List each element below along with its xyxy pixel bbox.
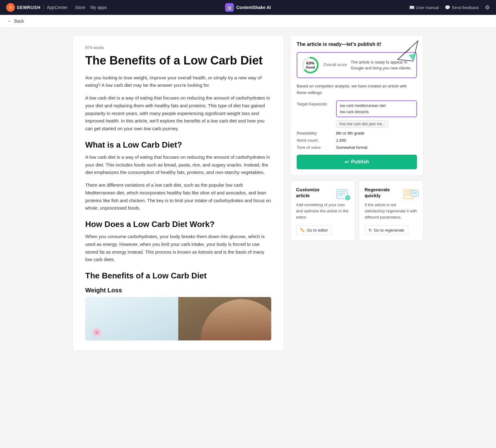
action-cards: ✎ Customize article Add something of you…	[290, 181, 423, 241]
app-name: ContentShake AI	[236, 5, 271, 10]
back-arrow-icon: ←	[7, 19, 12, 24]
user-manual-label: User manual	[416, 5, 439, 10]
nav-right: 📖 User manual 💬 Send feedback ⚙	[409, 4, 490, 11]
publish-button[interactable]: ↩ Publish	[297, 155, 417, 169]
tone-value: Somewhat formal	[336, 145, 367, 150]
semrush-brand[interactable]: S SEMRUSH | AppCenter	[6, 3, 68, 12]
word-count-value: 1,500	[336, 138, 346, 143]
svg-rect-15	[411, 190, 418, 197]
score-label-text: Good	[306, 65, 315, 69]
appcenter-text: AppCenter	[47, 5, 68, 10]
article-para-4: There are different variations of a low …	[85, 181, 271, 212]
svg-line-1	[398, 49, 410, 60]
regenerate-btn-label: Go to regenerate	[374, 228, 404, 233]
go-to-editor-button[interactable]: ✏️ Go to editor	[296, 225, 332, 235]
regenerate-illustration	[402, 185, 421, 206]
paper-plane-illustration	[395, 38, 419, 65]
keywords-container: low carb mediterranean diet low carb des…	[336, 100, 417, 117]
article-para-2: A low carb diet is a way of eating that …	[85, 94, 271, 133]
nav-my-apps[interactable]: My apps	[91, 5, 107, 10]
semrush-text: SEMRUSH	[17, 5, 41, 10]
article-section-4: Weight Loss	[85, 287, 271, 294]
keyword-gray-row: free low carb diet plan me...	[297, 120, 417, 128]
sidebar-panel: The article is ready—let's publish it! 6…	[290, 35, 423, 351]
score-overall-label: Overall score	[323, 62, 347, 68]
regenerate-icon: ↻	[369, 228, 372, 233]
settings-keywords-row: Target Keywords: low carb mediterranean …	[297, 100, 417, 117]
score-sub-text: Overall score	[323, 62, 347, 67]
article-panel: 974 words The Benefits of a Low Carb Die…	[73, 35, 284, 351]
user-manual-btn[interactable]: 📖 User manual	[409, 5, 439, 10]
publish-label: Publish	[351, 159, 369, 165]
word-count: 974 words	[85, 45, 271, 50]
editor-btn-label: Go to editor	[307, 228, 328, 233]
tone-label: Tone of voice:	[297, 145, 332, 150]
send-feedback-btn[interactable]: 💬 Send feedback	[445, 5, 479, 10]
article-image: 🌸	[85, 297, 271, 340]
app-icon: 🤖	[225, 3, 234, 12]
score-circle: 63% Good	[301, 56, 320, 74]
app-badge: 🤖 ContentShake AI	[225, 3, 271, 12]
article-body: Are you looking to lose weight, improve …	[85, 74, 271, 341]
svg-text:✎: ✎	[347, 196, 349, 200]
nav-store[interactable]: Store	[75, 5, 85, 10]
go-to-regenerate-button[interactable]: ↻ Go to regenerate	[365, 225, 408, 235]
feedback-icon: 💬	[445, 5, 450, 10]
customize-card: ✎ Customize article Add something of you…	[290, 181, 355, 241]
book-icon: 📖	[409, 5, 414, 10]
editor-icon: ✏️	[300, 228, 305, 233]
send-feedback-label: Send feedback	[452, 5, 479, 10]
target-keywords-label: Target Keywords:	[297, 100, 332, 106]
customize-illustration: ✎	[334, 185, 352, 206]
settings-readability-row: Readability: 8th or 9th grade	[297, 131, 417, 135]
article-title: The Benefits of a Low Carb Diet	[85, 54, 271, 68]
readability-value: 8th or 9th grade	[336, 131, 365, 135]
settings-icon[interactable]: ⚙	[485, 4, 490, 11]
semrush-logo-icon: S	[6, 3, 15, 12]
readability-label: Readability:	[297, 131, 332, 135]
top-nav: S SEMRUSH | AppCenter Store My apps 🤖 Co…	[0, 0, 496, 15]
article-para-3: A low carb diet is a way of eating that …	[85, 153, 271, 176]
settings-tone-row: Tone of voice: Somewhat formal	[297, 145, 417, 150]
back-bar[interactable]: ← Back	[0, 15, 496, 28]
regenerate-card: Regenerate quickly If the article is not…	[359, 181, 423, 241]
back-label: Back	[14, 19, 24, 24]
article-section-3: The Benefits of a Low Carb Diet	[85, 271, 271, 281]
score-percent-text: 63%	[306, 61, 315, 65]
article-section-2: How Does a Low Carb Diet Work?	[85, 220, 271, 229]
keyword-tag-gray-1: free low carb diet plan me...	[336, 120, 388, 128]
svg-marker-2	[409, 53, 416, 61]
article-para-1: Are you looking to lose weight, improve …	[85, 74, 271, 90]
main-layout: 974 words The Benefits of a Low Carb Die…	[65, 28, 431, 358]
article-section-1: What is a Low Carb Diet?	[85, 140, 271, 150]
score-card: The article is ready—let's publish it! 6…	[290, 35, 423, 176]
keyword-tag-1: low carb mediterranean diet	[340, 104, 386, 108]
publish-arrow-icon: ↩	[345, 159, 349, 165]
brand-separator: |	[43, 5, 44, 10]
article-para-5: When you consume carbohydrates, your bod…	[85, 233, 271, 264]
keyword-tag-2: low carb desserts	[340, 110, 369, 114]
settings-wordcount-row: Word count: 1,500	[297, 138, 417, 143]
word-count-label: Word count:	[297, 138, 332, 143]
settings-intro: Based on competitor analysis, we have cr…	[297, 83, 417, 96]
